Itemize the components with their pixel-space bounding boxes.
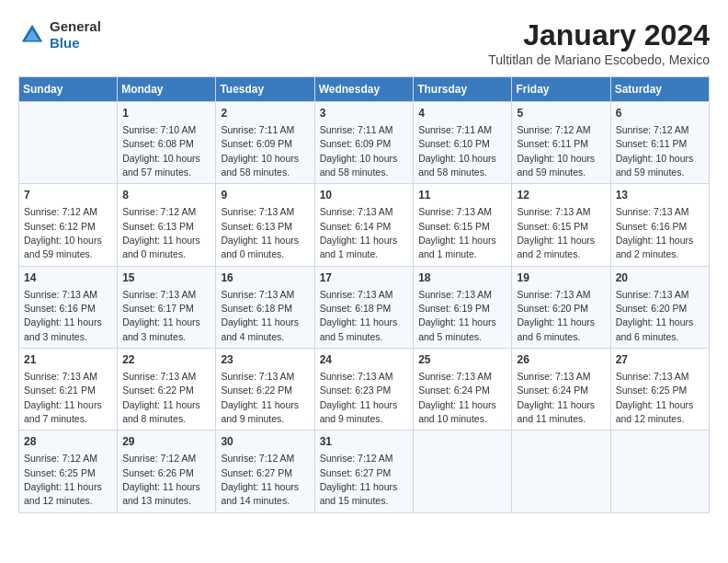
calendar-cell: 29Sunrise: 7:12 AM Sunset: 6:26 PM Dayli…	[118, 431, 216, 512]
day-info: Sunrise: 7:12 AM Sunset: 6:13 PM Dayligh…	[122, 206, 200, 259]
day-number: 27	[616, 352, 704, 368]
calendar-cell: 28Sunrise: 7:12 AM Sunset: 6:25 PM Dayli…	[19, 431, 118, 512]
calendar-cell: 9Sunrise: 7:13 AM Sunset: 6:13 PM Daylig…	[216, 184, 314, 266]
week-row-1: 1Sunrise: 7:10 AM Sunset: 6:08 PM Daylig…	[19, 102, 710, 184]
calendar-subtitle: Tultitlan de Mariano Escobedo, Mexico	[488, 52, 710, 67]
calendar-cell: 16Sunrise: 7:13 AM Sunset: 6:18 PM Dayli…	[216, 266, 314, 348]
calendar-header: SundayMondayTuesdayWednesdayThursdayFrid…	[19, 77, 710, 102]
page-header: General Blue January 2024 Tultitlan de M…	[18, 18, 710, 67]
day-info: Sunrise: 7:13 AM Sunset: 6:21 PM Dayligh…	[24, 371, 102, 424]
day-number: 18	[418, 270, 506, 286]
day-number: 10	[320, 188, 409, 203]
day-info: Sunrise: 7:13 AM Sunset: 6:15 PM Dayligh…	[418, 206, 496, 259]
day-number: 7	[24, 188, 112, 203]
day-info: Sunrise: 7:13 AM Sunset: 6:18 PM Dayligh…	[320, 289, 398, 342]
header-day-wednesday: Wednesday	[314, 77, 414, 102]
day-number: 2	[221, 106, 309, 121]
calendar-cell: 8Sunrise: 7:12 AM Sunset: 6:13 PM Daylig…	[118, 184, 216, 266]
calendar-cell: 18Sunrise: 7:13 AM Sunset: 6:19 PM Dayli…	[414, 266, 512, 348]
day-number: 15	[122, 270, 210, 286]
day-number: 4	[418, 106, 506, 121]
calendar-title: January 2024	[488, 18, 710, 52]
day-number: 19	[517, 270, 605, 286]
calendar-cell: 20Sunrise: 7:13 AM Sunset: 6:20 PM Dayli…	[610, 266, 709, 348]
calendar-table: SundayMondayTuesdayWednesdayThursdayFrid…	[18, 76, 710, 513]
day-info: Sunrise: 7:12 AM Sunset: 6:27 PM Dayligh…	[221, 453, 299, 506]
day-number: 21	[24, 352, 112, 368]
day-info: Sunrise: 7:13 AM Sunset: 6:25 PM Dayligh…	[616, 371, 694, 424]
day-info: Sunrise: 7:11 AM Sunset: 6:09 PM Dayligh…	[320, 124, 398, 178]
week-row-2: 7Sunrise: 7:12 AM Sunset: 6:12 PM Daylig…	[19, 184, 710, 266]
day-info: Sunrise: 7:12 AM Sunset: 6:12 PM Dayligh…	[24, 206, 102, 259]
day-number: 8	[122, 188, 210, 203]
calendar-cell: 11Sunrise: 7:13 AM Sunset: 6:15 PM Dayli…	[414, 184, 512, 266]
day-info: Sunrise: 7:13 AM Sunset: 6:23 PM Dayligh…	[320, 371, 398, 424]
calendar-cell: 25Sunrise: 7:13 AM Sunset: 6:24 PM Dayli…	[414, 349, 512, 431]
calendar-cell: 21Sunrise: 7:13 AM Sunset: 6:21 PM Dayli…	[19, 349, 118, 431]
calendar-cell	[19, 102, 118, 184]
calendar-cell: 26Sunrise: 7:13 AM Sunset: 6:24 PM Dayli…	[512, 349, 610, 431]
day-info: Sunrise: 7:13 AM Sunset: 6:17 PM Dayligh…	[122, 289, 200, 342]
day-info: Sunrise: 7:13 AM Sunset: 6:20 PM Dayligh…	[616, 289, 694, 342]
day-info: Sunrise: 7:11 AM Sunset: 6:10 PM Dayligh…	[418, 124, 496, 178]
calendar-cell: 22Sunrise: 7:13 AM Sunset: 6:22 PM Dayli…	[118, 349, 216, 431]
day-info: Sunrise: 7:13 AM Sunset: 6:16 PM Dayligh…	[616, 206, 694, 259]
day-info: Sunrise: 7:13 AM Sunset: 6:22 PM Dayligh…	[221, 371, 299, 424]
day-number: 1	[122, 106, 210, 121]
day-info: Sunrise: 7:11 AM Sunset: 6:09 PM Dayligh…	[221, 124, 299, 178]
calendar-cell: 6Sunrise: 7:12 AM Sunset: 6:11 PM Daylig…	[610, 102, 709, 184]
title-block: January 2024 Tultitlan de Mariano Escobe…	[488, 18, 710, 67]
calendar-cell: 3Sunrise: 7:11 AM Sunset: 6:09 PM Daylig…	[314, 102, 414, 184]
day-info: Sunrise: 7:13 AM Sunset: 6:16 PM Dayligh…	[24, 289, 102, 342]
day-info: Sunrise: 7:13 AM Sunset: 6:14 PM Dayligh…	[320, 206, 398, 259]
logo-general: General	[50, 18, 101, 35]
week-row-5: 28Sunrise: 7:12 AM Sunset: 6:25 PM Dayli…	[19, 431, 710, 512]
day-info: Sunrise: 7:13 AM Sunset: 6:24 PM Dayligh…	[418, 371, 496, 424]
calendar-cell: 27Sunrise: 7:13 AM Sunset: 6:25 PM Dayli…	[610, 349, 709, 431]
day-info: Sunrise: 7:13 AM Sunset: 6:15 PM Dayligh…	[517, 206, 595, 259]
day-number: 9	[221, 188, 309, 203]
day-info: Sunrise: 7:13 AM Sunset: 6:24 PM Dayligh…	[517, 371, 595, 424]
calendar-body: 1Sunrise: 7:10 AM Sunset: 6:08 PM Daylig…	[19, 102, 710, 513]
day-number: 12	[517, 188, 605, 203]
logo: General Blue	[18, 18, 101, 52]
calendar-cell	[414, 431, 512, 512]
calendar-cell: 5Sunrise: 7:12 AM Sunset: 6:11 PM Daylig…	[512, 102, 610, 184]
calendar-cell: 1Sunrise: 7:10 AM Sunset: 6:08 PM Daylig…	[118, 102, 216, 184]
day-info: Sunrise: 7:13 AM Sunset: 6:13 PM Dayligh…	[221, 206, 299, 259]
day-number: 28	[24, 434, 112, 450]
day-number: 14	[24, 270, 112, 286]
day-number: 20	[616, 270, 704, 286]
day-number: 31	[320, 434, 409, 450]
calendar-cell	[512, 431, 610, 512]
calendar-cell: 19Sunrise: 7:13 AM Sunset: 6:20 PM Dayli…	[512, 266, 610, 348]
header-day-saturday: Saturday	[610, 77, 709, 102]
day-number: 26	[517, 352, 605, 368]
calendar-cell: 2Sunrise: 7:11 AM Sunset: 6:09 PM Daylig…	[216, 102, 314, 184]
header-day-monday: Monday	[118, 77, 216, 102]
day-number: 22	[122, 352, 210, 368]
day-number: 5	[517, 106, 605, 121]
day-number: 17	[320, 270, 409, 286]
header-day-thursday: Thursday	[414, 77, 512, 102]
calendar-cell: 7Sunrise: 7:12 AM Sunset: 6:12 PM Daylig…	[19, 184, 118, 266]
day-number: 16	[221, 270, 309, 286]
day-number: 13	[616, 188, 704, 203]
day-number: 24	[320, 352, 409, 368]
calendar-cell: 17Sunrise: 7:13 AM Sunset: 6:18 PM Dayli…	[314, 266, 414, 348]
calendar-cell: 14Sunrise: 7:13 AM Sunset: 6:16 PM Dayli…	[19, 266, 118, 348]
calendar-cell: 4Sunrise: 7:11 AM Sunset: 6:10 PM Daylig…	[414, 102, 512, 184]
calendar-cell: 30Sunrise: 7:12 AM Sunset: 6:27 PM Dayli…	[216, 431, 314, 512]
header-row: SundayMondayTuesdayWednesdayThursdayFrid…	[19, 77, 710, 102]
calendar-cell: 15Sunrise: 7:13 AM Sunset: 6:17 PM Dayli…	[118, 266, 216, 348]
calendar-cell	[610, 431, 709, 512]
day-info: Sunrise: 7:10 AM Sunset: 6:08 PM Dayligh…	[122, 124, 200, 178]
day-info: Sunrise: 7:13 AM Sunset: 6:22 PM Dayligh…	[122, 371, 200, 424]
calendar-cell: 24Sunrise: 7:13 AM Sunset: 6:23 PM Dayli…	[314, 349, 414, 431]
calendar-cell: 13Sunrise: 7:13 AM Sunset: 6:16 PM Dayli…	[610, 184, 709, 266]
day-number: 30	[221, 434, 309, 450]
calendar-cell: 12Sunrise: 7:13 AM Sunset: 6:15 PM Dayli…	[512, 184, 610, 266]
header-day-tuesday: Tuesday	[216, 77, 314, 102]
day-info: Sunrise: 7:12 AM Sunset: 6:26 PM Dayligh…	[122, 453, 200, 506]
day-info: Sunrise: 7:13 AM Sunset: 6:20 PM Dayligh…	[517, 289, 595, 342]
